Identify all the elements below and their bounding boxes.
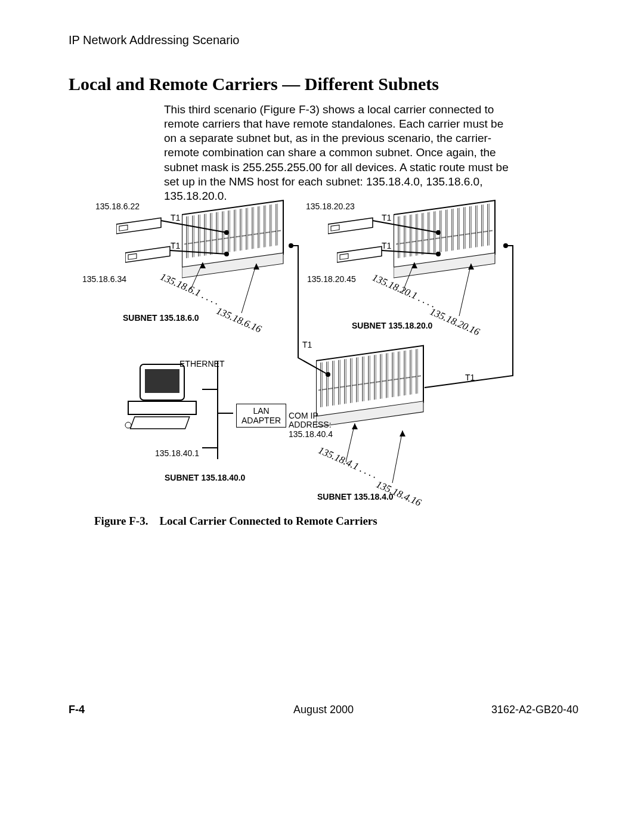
svg-line-27 <box>170 250 227 254</box>
svg-point-43 <box>503 243 508 248</box>
svg-point-41 <box>289 243 293 248</box>
svg-marker-47 <box>400 431 405 436</box>
svg-marker-36 <box>253 264 259 270</box>
svg-line-31 <box>382 250 438 254</box>
com-ip-label: COM IP ADDRESS: 135.18.40.4 <box>289 411 333 439</box>
lan-adapter-label: LAN ADAPTER <box>236 404 286 428</box>
svg-line-29 <box>373 221 438 233</box>
ethernet-bus-line <box>217 361 218 459</box>
t1-label: T1 <box>382 241 391 250</box>
svg-point-26 <box>224 230 229 235</box>
svg-line-39 <box>459 264 471 316</box>
ip-label: 135.18.6.22 <box>95 202 140 211</box>
svg-point-42 <box>326 372 330 377</box>
svg-marker-45 <box>352 423 358 429</box>
svg-marker-40 <box>468 264 474 270</box>
t1-label: T1 <box>465 373 475 382</box>
caption-number: Figure F-3. <box>94 515 148 527</box>
t1-label: T1 <box>382 213 391 222</box>
figure-caption: Figure F-3. Local Carrier Connected to R… <box>94 515 377 528</box>
network-lines <box>89 197 549 507</box>
ip-label: 135.18.20.23 <box>306 202 355 211</box>
caption-title: Local Carrier Connected to Remote Carrie… <box>159 515 377 527</box>
t1-label: T1 <box>171 213 180 222</box>
svg-line-25 <box>161 221 227 233</box>
ip-label: 135.18.40.1 <box>155 448 199 458</box>
lan-adapter-text: LAN ADAPTER <box>242 406 281 425</box>
svg-point-30 <box>436 230 441 235</box>
svg-point-32 <box>436 252 441 256</box>
svg-marker-38 <box>411 262 417 268</box>
subnet-label: SUBNET 135.18.4.0 <box>317 492 394 501</box>
ethernet-tap <box>202 389 218 390</box>
figure: LAN ADAPTER 135.18.6.22 135.18.6.34 135.… <box>89 197 549 507</box>
ethernet-tap <box>202 447 218 448</box>
ip-label: 135.18.6.34 <box>82 274 126 284</box>
section-title: Local and Remote Carriers — Different Su… <box>69 74 439 94</box>
t1-label: T1 <box>302 340 312 349</box>
ethernet-tap <box>218 413 233 414</box>
page-footer: F-4 August 2000 3162-A2-GB20-40 <box>69 704 578 716</box>
svg-marker-34 <box>200 262 206 268</box>
page: IP Network Addressing Scenario Local and… <box>0 0 644 833</box>
subnet-label: SUBNET 135.18.20.0 <box>352 321 432 330</box>
svg-line-35 <box>242 264 256 313</box>
footer-date: August 2000 <box>69 704 578 716</box>
ip-label: 135.18.20.45 <box>307 274 356 284</box>
running-header: IP Network Addressing Scenario <box>69 33 239 47</box>
ethernet-label: ETHERNET <box>179 359 224 368</box>
body-paragraph: This third scenario (Figure F-3) shows a… <box>164 103 516 203</box>
subnet-label: SUBNET 135.18.6.0 <box>123 313 199 323</box>
svg-line-46 <box>392 431 402 483</box>
subnet-label: SUBNET 135.18.40.0 <box>165 473 245 482</box>
svg-point-28 <box>224 252 229 256</box>
t1-label: T1 <box>171 241 180 250</box>
